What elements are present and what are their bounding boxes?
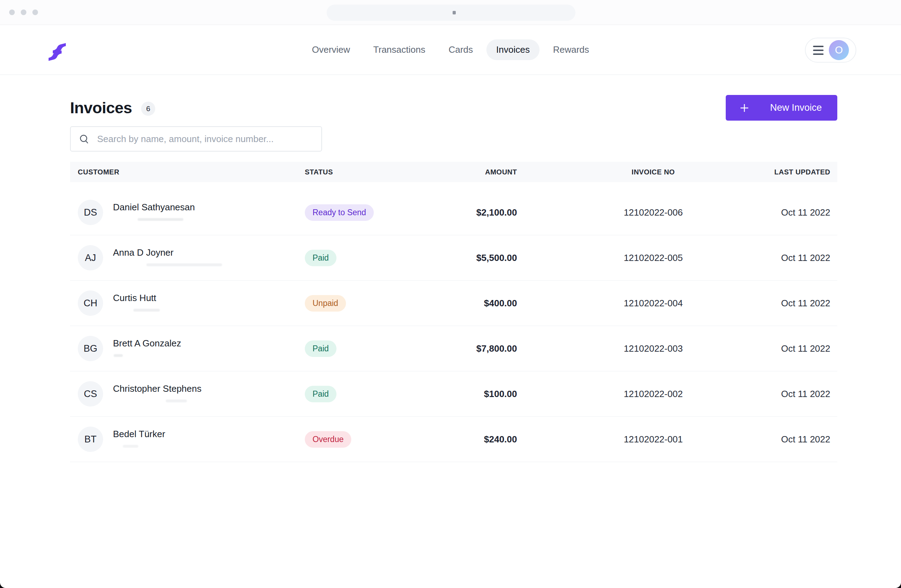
new-invoice-label: New Invoice [770,102,822,113]
invoice-number: 12102022-002 [552,389,754,400]
status-badge: Paid [305,250,337,266]
invoice-number: 12102022-003 [552,343,754,354]
nav-item[interactable]: Cards [438,39,483,60]
invoice-count-badge: 6 [141,102,155,116]
last-updated: Oct 11 2022 [754,252,830,263]
address-bar[interactable] [327,5,575,21]
invoice-number: 12102022-005 [552,252,754,263]
status-badge: Paid [305,386,337,402]
redacted-subtitle [123,445,138,448]
window-controls[interactable] [9,9,38,15]
nav-item[interactable]: Transactions [363,39,435,60]
customer-name: Christopher Stephens [113,383,201,394]
status-cell: Paid [305,341,412,357]
favicon-icon [453,11,456,14]
search-box [70,126,322,152]
invoice-amount: $5,500.00 [412,252,517,263]
invoice-amount: $240.00 [412,434,517,445]
search-icon [79,134,89,144]
last-updated: Oct 11 2022 [754,343,830,354]
user-avatar: O [829,40,849,60]
customer-cell: CS Christopher Stephens [78,381,305,406]
last-updated: Oct 11 2022 [754,434,830,445]
column-header-customer: CUSTOMER [78,168,305,176]
customer-cell: BG Brett A Gonzalez [78,336,305,361]
window-close-icon[interactable] [9,9,15,15]
browser-window: { "chrome": { "url_value": "" }, "header… [0,0,901,588]
table-row[interactable]: BT Bedel Türker Overdue $240.00 12102022… [70,417,837,462]
status-badge: Unpaid [305,295,346,311]
table-row[interactable]: CS Christopher Stephens Paid $100.00 121… [70,371,837,417]
avatar: CS [78,381,103,406]
avatar: CH [78,291,103,316]
redacted-subtitle [147,263,222,266]
customer-cell: BT Bedel Türker [78,426,305,452]
customer-name: Curtis Hutt [113,292,160,303]
invoice-number: 12102022-001 [552,434,754,445]
plus-icon [740,103,749,112]
hamburger-icon [813,46,823,55]
status-cell: Unpaid [305,295,412,311]
status-cell: Ready to Send [305,204,412,221]
table-row[interactable]: BG Brett A Gonzalez Paid $7,800.00 12102… [70,326,837,371]
main-nav: Overview Transactions Cards Invoices Rew… [302,39,599,60]
status-badge: Paid [305,341,337,357]
brand-logo-icon[interactable] [48,42,66,61]
customer-cell: CH Curtis Hutt [78,291,305,316]
avatar: DS [78,200,103,225]
new-invoice-button[interactable]: New Invoice [726,95,837,121]
nav-item[interactable]: Invoices [486,39,539,60]
redacted-subtitle [166,400,187,402]
table-row[interactable]: AJ Anna D Joyner Paid $5,500.00 12102022… [70,235,837,281]
invoice-table-body: DS Daniel Sathyanesan Ready to Send $2,1… [70,190,837,462]
last-updated: Oct 11 2022 [754,298,830,309]
account-menu-button[interactable]: O [805,37,856,62]
redacted-subtitle [133,309,160,311]
last-updated: Oct 11 2022 [754,389,830,400]
redacted-subtitle [138,218,183,221]
customer-cell: AJ Anna D Joyner [78,245,305,271]
avatar: BT [78,426,103,452]
column-header-status: STATUS [305,168,412,176]
status-cell: Overdue [305,431,412,448]
customer-name: Daniel Sathyanesan [113,202,195,213]
table-row[interactable]: DS Daniel Sathyanesan Ready to Send $2,1… [70,190,837,235]
last-updated: Oct 11 2022 [754,207,830,218]
invoices-page: Invoices 6 New Invoice CUSTOMER STATUS A… [0,75,901,462]
table-header-row: CUSTOMER STATUS AMOUNT INVOICE NO LAST U… [70,162,837,182]
status-badge: Ready to Send [305,204,374,221]
customer-cell: DS Daniel Sathyanesan [78,200,305,225]
status-cell: Paid [305,386,412,402]
page-title: Invoices [70,99,132,117]
app-header: Overview Transactions Cards Invoices Rew… [0,25,901,75]
redacted-subtitle [114,354,123,357]
invoice-number: 12102022-006 [552,207,754,218]
nav-item[interactable]: Overview [302,39,360,60]
nav-item[interactable]: Rewards [543,39,599,60]
status-badge: Overdue [305,431,351,448]
title-bar: Invoices 6 New Invoice [70,95,837,121]
customer-name: Brett A Gonzalez [113,338,181,349]
avatar: AJ [78,245,103,271]
search-input[interactable] [97,133,313,145]
invoice-amount: $7,800.00 [412,343,517,354]
table-row[interactable]: CH Curtis Hutt Unpaid $400.00 12102022-0… [70,281,837,326]
invoice-number: 12102022-004 [552,298,754,309]
status-cell: Paid [305,250,412,266]
invoice-amount: $100.00 [412,389,517,400]
column-header-last-updated: LAST UPDATED [754,168,830,176]
column-header-amount: AMOUNT [412,168,517,176]
invoice-amount: $2,100.00 [412,207,517,218]
avatar: BG [78,336,103,361]
column-header-invoice-no: INVOICE NO [552,168,754,176]
invoice-amount: $400.00 [412,298,517,309]
window-zoom-icon[interactable] [33,9,38,15]
browser-chrome [0,0,901,25]
customer-name: Bedel Türker [113,429,165,440]
window-minimize-icon[interactable] [21,9,26,15]
customer-name: Anna D Joyner [113,247,222,258]
